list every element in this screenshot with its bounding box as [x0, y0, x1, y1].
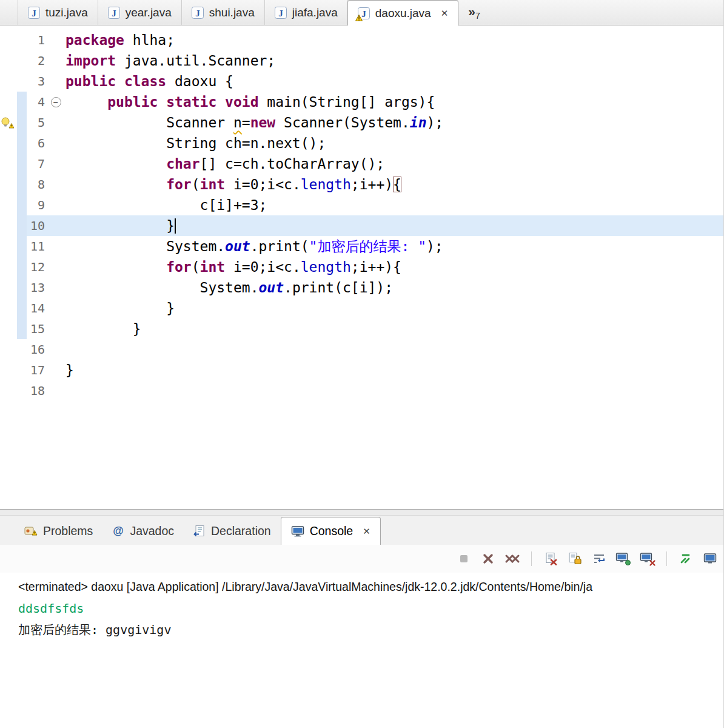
pin-console-button[interactable]	[614, 549, 633, 568]
fold-ruler-cell	[49, 30, 63, 50]
collapse-icon[interactable]: −	[51, 97, 61, 107]
range-indicator	[17, 92, 27, 112]
code-text[interactable]	[63, 339, 723, 360]
tab-overflow-button[interactable]: »7	[468, 4, 480, 21]
maximize-button[interactable]	[700, 549, 720, 568]
annotation-ruler-cell[interactable]	[0, 133, 17, 153]
annotation-ruler-cell[interactable]	[0, 257, 17, 277]
annotation-ruler-cell[interactable]	[0, 298, 17, 318]
code-text[interactable]: for(int i=0;i<c.length;i++){	[63, 174, 723, 195]
line-number: 6	[27, 133, 49, 153]
annotation-ruler-cell[interactable]	[0, 71, 17, 92]
editor-tab-year[interactable]: Jyear.java	[98, 0, 182, 25]
minimize-button[interactable]	[676, 549, 696, 568]
code-text[interactable]: public static void main(String[] args){	[63, 92, 723, 112]
code-token: length	[301, 259, 351, 275]
panel-sash[interactable]	[0, 510, 723, 516]
code-token: "加密后的结果: "	[309, 238, 426, 254]
code-token: int	[200, 177, 226, 192]
code-token: }	[65, 362, 74, 378]
fold-ruler-cell	[49, 277, 63, 298]
code-token: for	[166, 259, 192, 275]
code-line: 11 System.out.print("加密后的结果: ");	[0, 236, 723, 257]
view-tab-javadoc[interactable]: @Javadoc	[102, 517, 184, 545]
annotation-ruler-cell[interactable]	[0, 195, 17, 215]
close-tab-icon[interactable]: ✕	[441, 8, 449, 19]
editor-tab-jiafa[interactable]: Jjiafa.java	[265, 0, 348, 25]
declaration-icon	[193, 525, 206, 537]
annotation-ruler-cell[interactable]	[0, 360, 17, 380]
range-indicator	[17, 153, 27, 174]
editor-tab-bar: Jtuzi.javaJyear.javaJshui.javaJjiafa.jav…	[0, 0, 723, 25]
annotation-ruler-cell[interactable]	[0, 236, 17, 257]
code-text[interactable]	[63, 380, 723, 401]
word-wrap-button[interactable]	[589, 549, 609, 568]
view-tab-declaration[interactable]: Declaration	[184, 517, 281, 545]
code-text[interactable]: public class daoxu {	[63, 71, 723, 92]
annotation-ruler-cell[interactable]	[0, 30, 17, 50]
annotation-ruler-cell[interactable]	[0, 215, 17, 236]
java-file-icon: J	[275, 7, 287, 19]
code-text[interactable]: Scanner n=new Scanner(System.in);	[63, 112, 723, 133]
code-token: length	[301, 177, 351, 192]
code-token: (	[192, 177, 200, 192]
annotation-ruler-cell[interactable]	[0, 92, 17, 112]
code-token: import	[65, 53, 116, 69]
scroll-lock-button[interactable]	[565, 549, 585, 568]
code-token: main(String[] args){	[259, 94, 435, 110]
gutter-warning-icon	[1, 116, 14, 129]
line-number: 7	[27, 153, 49, 174]
code-text[interactable]: char[] c=ch.toCharArray();	[63, 153, 723, 174]
range-indicator	[17, 50, 27, 71]
code-line: 15 }	[0, 318, 723, 339]
clear-console-button[interactable]	[541, 549, 560, 568]
annotation-ruler-cell[interactable]	[0, 277, 17, 298]
svg-text:J: J	[195, 8, 200, 18]
annotation-ruler-cell[interactable]	[0, 174, 17, 195]
code-line: 3public class daoxu {	[0, 71, 723, 92]
code-token	[65, 94, 107, 110]
line-number: 4	[27, 92, 49, 112]
code-line: 1package hlha;	[0, 30, 723, 50]
remove-all-terminated-button[interactable]	[503, 549, 522, 568]
fold-ruler-cell	[49, 50, 63, 71]
code-token: in	[410, 115, 427, 130]
code-text[interactable]: }	[63, 215, 723, 236]
code-text[interactable]: import java.util.Scanner;	[63, 50, 723, 71]
close-view-icon[interactable]: ✕	[363, 526, 370, 537]
editor-tab-daoxu[interactable]: Jdaoxu.java✕	[347, 0, 458, 25]
terminate-button[interactable]	[454, 549, 474, 568]
annotation-ruler-cell[interactable]	[0, 380, 17, 401]
code-text[interactable]: }	[63, 318, 723, 339]
terminate-icon	[457, 551, 471, 566]
range-indicator	[17, 380, 27, 401]
annotation-ruler-cell[interactable]	[0, 318, 17, 339]
editor-tab-tuzi[interactable]: Jtuzi.java	[18, 0, 98, 25]
code-text[interactable]: }	[63, 298, 723, 318]
console-output-area[interactable]: <terminated> daoxu [Java Application] /L…	[0, 573, 723, 728]
annotation-ruler-cell[interactable]	[0, 112, 17, 133]
code-text[interactable]: for(int i=0;i<c.length;i++){	[63, 257, 723, 277]
display-selected-console-button[interactable]	[638, 549, 657, 568]
range-indicator	[17, 360, 27, 380]
code-text[interactable]: System.out.print("加密后的结果: ");	[63, 236, 723, 257]
code-token: (	[192, 259, 200, 275]
editor-tab-shui[interactable]: Jshui.java	[182, 0, 265, 25]
code-text[interactable]: }	[63, 360, 723, 380]
code-text[interactable]: package hlha;	[63, 30, 723, 50]
code-text[interactable]: c[i]+=3;	[63, 195, 723, 215]
annotation-ruler-cell[interactable]	[0, 339, 17, 360]
range-indicator	[17, 257, 27, 277]
java-file-icon: J	[192, 7, 204, 19]
remove-launch-button[interactable]	[478, 549, 498, 568]
annotation-ruler-cell[interactable]	[0, 50, 17, 71]
view-tab-problems[interactable]: Problems	[15, 517, 102, 545]
remove-launch-icon	[481, 551, 495, 566]
range-indicator	[17, 339, 27, 360]
view-tab-label: Console	[310, 524, 354, 538]
line-number: 10	[27, 215, 49, 236]
code-text[interactable]: String ch=n.next();	[63, 133, 723, 153]
annotation-ruler-cell[interactable]	[0, 153, 17, 174]
code-text[interactable]: System.out.print(c[i]);	[63, 277, 723, 298]
view-tab-console[interactable]: Console✕	[281, 517, 381, 545]
